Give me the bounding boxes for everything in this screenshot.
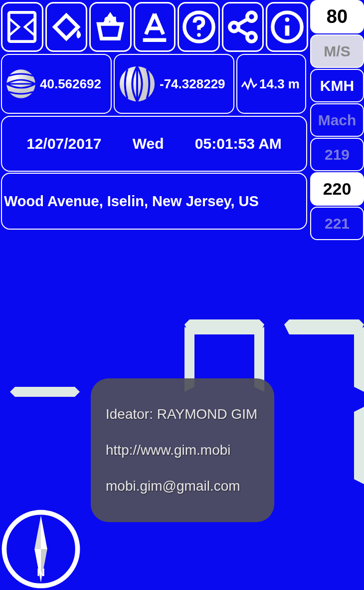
- svg-point-7: [247, 12, 256, 21]
- toast-ideator: Ideator: RAYMOND GIM: [106, 406, 259, 422]
- svg-point-5: [197, 33, 201, 37]
- day-value: Wed: [133, 135, 164, 152]
- text-button[interactable]: [134, 2, 176, 52]
- wheel-up[interactable]: 219: [310, 138, 364, 171]
- svg-marker-17: [184, 319, 264, 334]
- date-value: 12/07/2017: [26, 135, 101, 152]
- wheel-down[interactable]: 221: [310, 207, 364, 240]
- unit-mach[interactable]: Mach: [310, 103, 364, 137]
- basket-icon: [93, 9, 128, 44]
- svg-rect-2: [110, 17, 116, 23]
- toast-url: http://www.gim.mobi: [106, 442, 259, 458]
- toolbar: [0, 0, 309, 53]
- svg-marker-22: [354, 407, 364, 484]
- svg-line-10: [238, 29, 248, 35]
- svg-point-1: [105, 17, 111, 23]
- speed-limit-value[interactable]: 80: [310, 0, 364, 33]
- right-column: 80 M/S KMH Mach 219 220 221: [310, 0, 364, 241]
- svg-point-8: [247, 33, 256, 41]
- help-icon: [182, 9, 216, 44]
- address-value: Wood Avenue, Iselin, New Jersey, US: [4, 193, 259, 210]
- svg-marker-24: [41, 516, 47, 549]
- svg-marker-21: [354, 327, 364, 392]
- paint-button[interactable]: [45, 2, 88, 52]
- altitude-icon: [240, 75, 258, 93]
- compass-label: N: [37, 566, 45, 579]
- share-icon: [225, 9, 260, 44]
- svg-marker-20: [284, 319, 364, 334]
- unit-ms[interactable]: M/S: [310, 34, 364, 68]
- share-button[interactable]: [222, 2, 264, 52]
- latitude-box[interactable]: 40.562692: [1, 54, 112, 114]
- info-toast: Ideator: RAYMOND GIM http://www.gim.mobi…: [91, 378, 274, 522]
- text-style-icon: [137, 9, 172, 44]
- svg-marker-16: [10, 387, 80, 397]
- altitude-value: 14.3 m: [259, 76, 300, 92]
- svg-line-9: [238, 19, 248, 25]
- time-value: 05:01:53 AM: [195, 135, 282, 152]
- globe-lon-icon: [118, 64, 157, 103]
- address-box[interactable]: Wood Avenue, Iselin, New Jersey, US: [1, 173, 307, 230]
- main-left: 40.562692 -74.328229 14.3 m 12/07/2017 W…: [0, 0, 309, 230]
- longitude-value: -74.328229: [160, 76, 225, 92]
- basket-button[interactable]: [89, 2, 132, 52]
- unit-kmh[interactable]: KMH: [310, 69, 364, 102]
- datetime-box[interactable]: 12/07/2017 Wed 05:01:53 AM: [1, 116, 307, 172]
- svg-point-12: [285, 17, 289, 22]
- compass-icon[interactable]: N: [1, 509, 81, 589]
- help-button[interactable]: [178, 2, 220, 52]
- map-button[interactable]: [1, 2, 43, 52]
- latitude-value: 40.562692: [40, 76, 101, 92]
- svg-marker-25: [34, 516, 41, 549]
- altitude-box[interactable]: 14.3 m: [236, 54, 306, 114]
- svg-rect-0: [9, 12, 35, 41]
- longitude-box[interactable]: -74.328229: [114, 54, 234, 114]
- info-icon: [270, 9, 305, 44]
- globe-lat-icon: [5, 68, 37, 100]
- coordinates-row: 40.562692 -74.328229 14.3 m: [0, 53, 309, 115]
- info-button[interactable]: [266, 2, 308, 52]
- toast-email: mobi.gim@gmail.com: [106, 478, 259, 494]
- svg-point-6: [230, 22, 239, 31]
- wheel-selected[interactable]: 220: [310, 172, 364, 206]
- map-icon: [4, 9, 39, 44]
- paint-bucket-icon: [49, 9, 84, 44]
